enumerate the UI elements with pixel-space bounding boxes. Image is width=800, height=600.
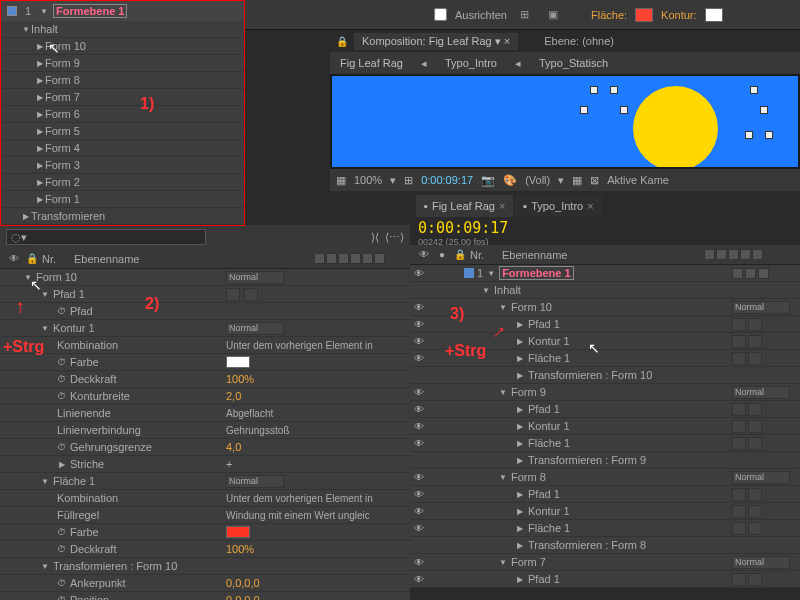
- property-row[interactable]: ⏱ Deckkraft 100%: [0, 541, 410, 558]
- blend-mode[interactable]: Normal: [732, 386, 790, 399]
- twirl-icon[interactable]: ▶: [515, 320, 525, 329]
- add-icon[interactable]: +: [226, 458, 232, 470]
- property-row[interactable]: Linienende Abgeflacht: [0, 405, 410, 422]
- twirl-icon[interactable]: ▶: [35, 110, 45, 119]
- res-icon[interactable]: ⊞: [404, 174, 413, 187]
- zoom-value[interactable]: 100%: [354, 174, 382, 186]
- breadcrumb-item[interactable]: Typo_Intro: [445, 57, 497, 69]
- twirl-icon[interactable]: ▼: [481, 286, 491, 295]
- eye-header-icon[interactable]: 👁: [6, 253, 22, 264]
- stopwatch-icon[interactable]: ⏱: [57, 578, 67, 588]
- twirl-icon[interactable]: ▼: [498, 558, 508, 567]
- property-row[interactable]: 👁 ▼ Form 7 Normal: [410, 554, 800, 571]
- twirl-icon[interactable]: ▶: [515, 337, 525, 346]
- twirl-icon[interactable]: ▶: [35, 144, 45, 153]
- eye-icon[interactable]: 👁: [414, 404, 426, 415]
- blend-mode[interactable]: Normal: [732, 471, 790, 484]
- property-row[interactable]: ▶ Transformieren : Form 9: [410, 452, 800, 469]
- close-icon[interactable]: ×: [499, 200, 505, 212]
- twirl-icon[interactable]: ▶: [35, 127, 45, 136]
- eye-icon[interactable]: 👁: [414, 387, 426, 398]
- name-header[interactable]: Ebenenname: [74, 253, 312, 265]
- breadcrumb-item[interactable]: Fig Leaf Rag: [340, 57, 403, 69]
- form-row[interactable]: ▶ Form 1: [1, 191, 244, 208]
- eye-icon[interactable]: 👁: [414, 319, 426, 330]
- property-row[interactable]: ⏱ Pfad: [0, 303, 410, 320]
- layer-header-row[interactable]: 1 ▼ Formebene 1: [1, 1, 244, 21]
- property-row[interactable]: 👁 ▶ Kontur 1: [410, 418, 800, 435]
- property-row[interactable]: ⏱ Deckkraft 100%: [0, 371, 410, 388]
- blend-mode[interactable]: Normal: [732, 301, 790, 314]
- property-row[interactable]: 👁 ▶ Pfad 1: [410, 571, 800, 588]
- property-row[interactable]: 👁 ▶ Fläche 1: [410, 520, 800, 537]
- property-row[interactable]: ⏱ Farbe: [0, 524, 410, 541]
- eye-icon[interactable]: 👁: [414, 268, 426, 279]
- close-icon[interactable]: ×: [587, 200, 593, 212]
- property-row[interactable]: Füllregel Windung mit einem Wert ungleic: [0, 507, 410, 524]
- form-row[interactable]: ▶ Form 5: [1, 123, 244, 140]
- blend-mode[interactable]: Normal: [732, 556, 790, 569]
- camera-icon[interactable]: 📷: [481, 174, 495, 187]
- eye-icon[interactable]: 👁: [414, 506, 426, 517]
- property-row[interactable]: ⏱ Position 0,0,0,0: [0, 592, 410, 600]
- property-row[interactable]: Kombination Unter dem vorherigen Element…: [0, 490, 410, 507]
- twirl-icon[interactable]: ▶: [35, 161, 45, 170]
- lock-header-icon[interactable]: 🔒: [452, 249, 468, 260]
- snap-icon[interactable]: ▣: [543, 5, 563, 25]
- color-icon[interactable]: 🎨: [503, 174, 517, 187]
- twirl-icon[interactable]: ▶: [515, 422, 525, 431]
- color-swatch[interactable]: [226, 526, 250, 538]
- blend-mode[interactable]: Normal: [226, 475, 284, 488]
- timecode-display[interactable]: 0:00:09:17 00242 (25.00 fps): [410, 217, 610, 245]
- twirl-icon[interactable]: ▼: [498, 303, 508, 312]
- stopwatch-icon[interactable]: ⏱: [57, 374, 67, 384]
- twirl-icon[interactable]: ▶: [515, 354, 525, 363]
- form-row[interactable]: ▶ Form 8: [1, 72, 244, 89]
- composition-viewport[interactable]: [330, 74, 800, 169]
- form-row[interactable]: ▶ Form 7: [1, 89, 244, 106]
- twirl-icon[interactable]: ▶: [35, 195, 45, 204]
- twirl-icon[interactable]: ▼: [39, 7, 49, 16]
- twirl-icon[interactable]: ▶: [35, 76, 45, 85]
- eye-icon[interactable]: 👁: [414, 336, 426, 347]
- form-row[interactable]: ▶ Form 6: [1, 106, 244, 123]
- property-row[interactable]: ▼ Form 10 Normal: [0, 269, 410, 286]
- form-row[interactable]: ▶ Form 10: [1, 38, 244, 55]
- nr-header[interactable]: Nr.: [42, 253, 72, 265]
- twirl-icon[interactable]: ▶: [57, 460, 67, 469]
- twirl-icon[interactable]: ▼: [40, 562, 50, 571]
- twirl-icon[interactable]: ▶: [515, 439, 525, 448]
- twirl-icon[interactable]: ▼: [40, 477, 50, 486]
- stopwatch-icon[interactable]: ⏱: [57, 544, 67, 554]
- eye-icon[interactable]: 👁: [414, 421, 426, 432]
- property-row[interactable]: ▶ Transformieren : Form 8: [410, 537, 800, 554]
- twirl-icon[interactable]: ▼: [498, 388, 508, 397]
- property-row[interactable]: ⏱ Gehrungsgrenze 4,0: [0, 439, 410, 456]
- twirl-icon[interactable]: ▼: [21, 25, 31, 34]
- blend-mode[interactable]: Normal: [226, 271, 284, 284]
- twirl-icon[interactable]: ▶: [515, 507, 525, 516]
- form-row[interactable]: ▶ Form 4: [1, 140, 244, 157]
- grid-icon[interactable]: ▦: [336, 174, 346, 187]
- stopwatch-icon[interactable]: ⏱: [57, 391, 67, 401]
- path-icon[interactable]: [226, 288, 240, 301]
- graph-icon[interactable]: ⟩⟨: [371, 231, 379, 244]
- property-row[interactable]: 👁 ▼ Form 10 Normal: [410, 299, 800, 316]
- twirl-icon[interactable]: ▶: [35, 59, 45, 68]
- eye-icon[interactable]: 👁: [414, 489, 426, 500]
- twirl-icon[interactable]: ▶: [35, 42, 45, 51]
- twirl-icon[interactable]: ▶: [35, 93, 45, 102]
- twirl-icon[interactable]: ▶: [515, 405, 525, 414]
- twirl-icon[interactable]: ▶: [35, 178, 45, 187]
- search-input[interactable]: [6, 229, 206, 245]
- property-row[interactable]: ▼ Pfad 1: [0, 286, 410, 303]
- stopwatch-icon[interactable]: ⏱: [57, 595, 67, 600]
- property-row[interactable]: ▼ Fläche 1 Normal: [0, 473, 410, 490]
- property-row[interactable]: 👁 ▶ Pfad 1: [410, 486, 800, 503]
- twirl-icon[interactable]: ▶: [21, 212, 31, 221]
- view-icon[interactable]: ▦: [572, 174, 582, 187]
- property-row[interactable]: ▶ Transformieren : Form 10: [410, 367, 800, 384]
- twirl-icon[interactable]: ▼: [40, 324, 50, 333]
- eye-icon[interactable]: 👁: [414, 523, 426, 534]
- snap-icon[interactable]: ⊞: [515, 5, 535, 25]
